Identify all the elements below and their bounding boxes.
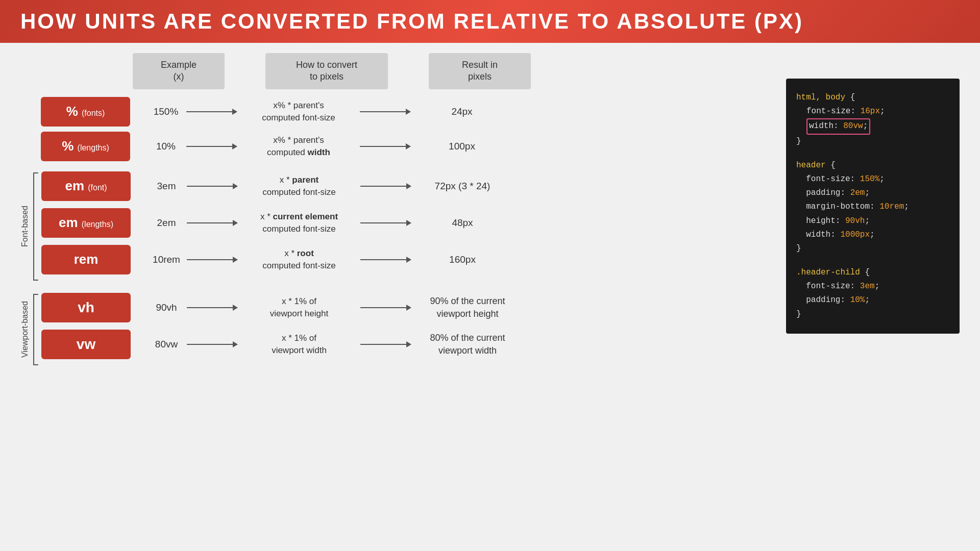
result-value: 90% of the currentviewport height — [411, 295, 524, 320]
how-column-header: How to convertto pixels — [265, 53, 388, 89]
how-text: x * current elementcomputed font-size — [238, 211, 360, 235]
unit-label: rem — [74, 252, 99, 267]
arrow-1 — [187, 341, 238, 347]
unit-label: % (lengths) — [62, 138, 109, 154]
viewport-based-bracket — [32, 292, 39, 367]
code-panel: html, body { font-size: 16px; width: 80v… — [786, 79, 960, 334]
example-value: 150% — [145, 106, 186, 117]
viewport-based-rows: vh 90vh x * 1% ofviewport height 90% of … — [41, 292, 524, 367]
unit-badge-em-lengths: em (lengths) — [41, 208, 131, 238]
unit-label: vw — [77, 336, 95, 353]
unit-label: em (lengths) — [59, 215, 113, 231]
arrow-2 — [360, 183, 411, 189]
code-line-highlighted: width: 80vw; — [806, 118, 870, 134]
code-selector-3: .header-child — [796, 268, 860, 277]
result-column-header: Result inpixels — [429, 53, 531, 89]
unit-badge-percent-lengths: % (lengths) — [41, 132, 130, 161]
how-text: x% * parent'scomputed width — [237, 134, 360, 159]
arrow-2 — [360, 305, 411, 311]
font-based-bracket — [32, 170, 39, 283]
arrow-1 — [187, 305, 238, 311]
unit-label: vh — [78, 299, 94, 316]
arrow-2 — [360, 257, 411, 263]
font-based-group: Font-based em (font) 3em x * parentcompu… — [20, 170, 776, 283]
unit-badge-percent-fonts: % (fonts) — [41, 97, 130, 127]
example-value: 2em — [146, 217, 187, 229]
code-selector-1: html, body — [796, 93, 845, 102]
arrow-1 — [187, 257, 238, 263]
table-section: Example(x) How to convertto pixels Resul… — [20, 53, 776, 535]
arrow-1 — [187, 183, 238, 189]
how-text: x * parentcomputed font-size — [238, 174, 360, 198]
arrow-2 — [360, 109, 411, 115]
arrow-2 — [360, 220, 411, 226]
code-highlighted-line: width: 80vw; — [806, 118, 870, 134]
page-header: HOW UNITS ARE CONVERTED FROM RELATIVE TO… — [0, 0, 980, 43]
arrow-1 — [187, 220, 238, 226]
code-brace-close: } — [796, 137, 801, 146]
unit-label: % (fonts) — [66, 104, 105, 119]
code-property: font-size: — [806, 107, 861, 116]
example-value: 3em — [146, 181, 187, 192]
result-value: 48px — [411, 217, 513, 229]
arrow-2 — [360, 341, 411, 347]
font-based-label: Font-based — [20, 206, 30, 247]
how-text: x * rootcomputed font-size — [238, 247, 360, 272]
row-em-font: em (font) 3em x * parentcomputed font-si… — [41, 170, 513, 202]
unit-badge-vw: vw — [41, 330, 131, 359]
row-vh: vh 90vh x * 1% ofviewport height 90% of … — [41, 292, 524, 323]
code-block-2: header { font-size: 150%; padding: 2em; … — [796, 159, 949, 256]
how-text: x% * parent'scomputed font-size — [237, 99, 360, 124]
code-brace: { — [850, 93, 855, 102]
unit-badge-rem: rem — [41, 245, 131, 274]
font-based-rows: em (font) 3em x * parentcomputed font-si… — [41, 170, 513, 283]
result-value: 160px — [411, 254, 513, 265]
font-based-label-container: Font-based — [20, 170, 39, 283]
how-text: x * 1% ofviewport width — [238, 332, 360, 357]
example-value: 10rem — [146, 254, 187, 265]
result-value: 100px — [411, 141, 513, 152]
unit-badge-vh: vh — [41, 293, 131, 322]
row-rem: rem 10rem x * rootcomputed font-size 160… — [41, 244, 513, 276]
arrow-1 — [186, 143, 237, 149]
how-text: x * 1% ofviewport height — [238, 295, 360, 320]
code-selector-2: header — [796, 161, 826, 170]
row-vw: vw 80vw x * 1% ofviewport width 80% of t… — [41, 329, 524, 360]
code-value: 16px — [861, 107, 880, 116]
arrow-1 — [186, 109, 237, 115]
example-column-header: Example(x) — [133, 53, 225, 89]
example-value: 10% — [145, 141, 186, 152]
result-value: 24px — [411, 106, 513, 117]
code-line: font-size: 16px; — [806, 107, 885, 116]
viewport-based-label-container: Viewport-based — [20, 292, 39, 367]
arrow-2 — [360, 143, 411, 149]
row-em-lengths: em (lengths) 2em x * current elementcomp… — [41, 207, 513, 239]
column-headers: Example(x) How to convertto pixels Resul… — [133, 53, 776, 89]
code-block-1: html, body { font-size: 16px; width: 80v… — [796, 91, 949, 148]
code-block-3: .header-child { font-size: 3em; padding:… — [796, 266, 949, 321]
result-value: 72px (3 * 24) — [411, 181, 513, 192]
example-value: 80vw — [146, 339, 187, 350]
result-value: 80% of the currentviewport width — [411, 332, 524, 357]
unit-badge-em-font: em (font) — [41, 171, 131, 201]
unit-label: em (font) — [65, 178, 107, 194]
example-value: 90vh — [146, 302, 187, 313]
viewport-based-label: Viewport-based — [20, 301, 30, 358]
viewport-based-group: Viewport-based vh 90vh x * 1% ofviewport… — [20, 292, 776, 367]
content-area: Example(x) How to convertto pixels Resul… — [0, 43, 980, 545]
page-title: HOW UNITS ARE CONVERTED FROM RELATIVE TO… — [20, 9, 803, 34]
